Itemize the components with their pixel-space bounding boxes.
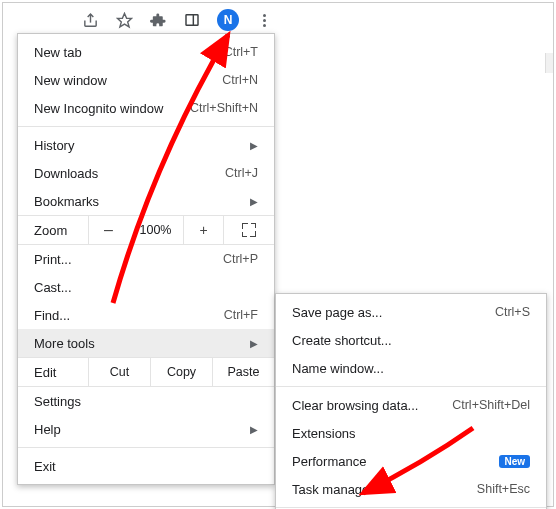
separator (276, 386, 546, 387)
label: Clear browsing data... (292, 398, 452, 413)
menu-item-new-incognito[interactable]: New Incognito window Ctrl+Shift+N (18, 94, 274, 122)
chevron-right-icon: ▶ (250, 140, 258, 151)
label: Find... (34, 308, 224, 323)
label: Exit (34, 459, 258, 474)
label: Print... (34, 252, 223, 267)
label: Downloads (34, 166, 225, 181)
avatar-letter: N (224, 13, 233, 27)
share-icon[interactable] (81, 11, 99, 29)
menu-item-zoom: Zoom – 100% + (18, 215, 274, 245)
shortcut: Ctrl+Shift+N (190, 101, 258, 115)
fullscreen-button[interactable] (223, 216, 274, 244)
label: New window (34, 73, 222, 88)
menu-item-find[interactable]: Find... Ctrl+F (18, 301, 274, 329)
menu-item-exit[interactable]: Exit (18, 452, 274, 480)
submenu-clear-browsing[interactable]: Clear browsing data... Ctrl+Shift+Del (276, 391, 546, 419)
menu-item-bookmarks[interactable]: Bookmarks ▶ (18, 187, 274, 215)
star-icon[interactable] (115, 11, 133, 29)
edit-cut[interactable]: Cut (88, 358, 150, 386)
menu-item-settings[interactable]: Settings (18, 387, 274, 415)
edit-label: Edit (18, 365, 88, 380)
menu-item-new-window[interactable]: New window Ctrl+N (18, 66, 274, 94)
label: New Incognito window (34, 101, 190, 116)
shortcut: Ctrl+P (223, 252, 258, 266)
chevron-right-icon: ▶ (250, 196, 258, 207)
shortcut: Ctrl+S (495, 305, 530, 319)
label: Create shortcut... (292, 333, 530, 348)
fullscreen-icon (242, 223, 256, 237)
menu-item-cast[interactable]: Cast... (18, 273, 274, 301)
shortcut: Ctrl+Shift+Del (452, 398, 530, 412)
browser-toolbar: N (81, 9, 273, 31)
submenu-name-window[interactable]: Name window... (276, 354, 546, 382)
menu-item-more-tools[interactable]: More tools ▶ (18, 329, 274, 357)
label: More tools (34, 336, 250, 351)
separator (18, 126, 274, 127)
submenu-create-shortcut[interactable]: Create shortcut... (276, 326, 546, 354)
shortcut: Ctrl+J (225, 166, 258, 180)
menu-item-print[interactable]: Print... Ctrl+P (18, 245, 274, 273)
chrome-main-menu: New tab Ctrl+T New window Ctrl+N New Inc… (17, 33, 275, 485)
separator (276, 507, 546, 508)
label: Task manager (292, 482, 477, 497)
zoom-out-button[interactable]: – (88, 216, 128, 244)
label: Save page as... (292, 305, 495, 320)
label: Extensions (292, 426, 530, 441)
submenu-extensions[interactable]: Extensions (276, 419, 546, 447)
shortcut: Ctrl+T (224, 45, 258, 59)
profile-avatar[interactable]: N (217, 9, 239, 31)
zoom-percent: 100% (128, 216, 183, 244)
label: New tab (34, 45, 224, 60)
menu-item-downloads[interactable]: Downloads Ctrl+J (18, 159, 274, 187)
label: Settings (34, 394, 258, 409)
shortcut: Ctrl+F (224, 308, 258, 322)
label: Name window... (292, 361, 530, 376)
menu-item-history[interactable]: History ▶ (18, 131, 274, 159)
shortcut: Shift+Esc (477, 482, 530, 496)
label: Help (34, 422, 250, 437)
sidepanel-icon[interactable] (183, 11, 201, 29)
submenu-save-page[interactable]: Save page as... Ctrl+S (276, 298, 546, 326)
submenu-performance[interactable]: Performance New (276, 447, 546, 475)
chevron-right-icon: ▶ (250, 424, 258, 435)
label: History (34, 138, 250, 153)
separator (18, 447, 274, 448)
menu-item-new-tab[interactable]: New tab Ctrl+T (18, 38, 274, 66)
decorative-stub (545, 53, 553, 73)
menu-item-edit: Edit Cut Copy Paste (18, 357, 274, 387)
new-badge: New (499, 455, 530, 468)
label: Performance (292, 454, 493, 469)
chevron-right-icon: ▶ (250, 338, 258, 349)
svg-rect-1 (186, 15, 198, 26)
screenshot-stage: N New tab Ctrl+T New window Ctrl+N New I… (2, 2, 554, 507)
kebab-menu-icon[interactable] (255, 11, 273, 29)
shortcut: Ctrl+N (222, 73, 258, 87)
zoom-in-button[interactable]: + (183, 216, 223, 244)
zoom-label: Zoom (18, 223, 88, 238)
edit-copy[interactable]: Copy (150, 358, 212, 386)
label: Bookmarks (34, 194, 250, 209)
label: Cast... (34, 280, 258, 295)
edit-paste[interactable]: Paste (212, 358, 274, 386)
submenu-task-manager[interactable]: Task manager Shift+Esc (276, 475, 546, 503)
menu-item-help[interactable]: Help ▶ (18, 415, 274, 443)
extensions-icon[interactable] (149, 11, 167, 29)
svg-marker-0 (117, 13, 131, 26)
more-tools-submenu: Save page as... Ctrl+S Create shortcut..… (275, 293, 547, 509)
